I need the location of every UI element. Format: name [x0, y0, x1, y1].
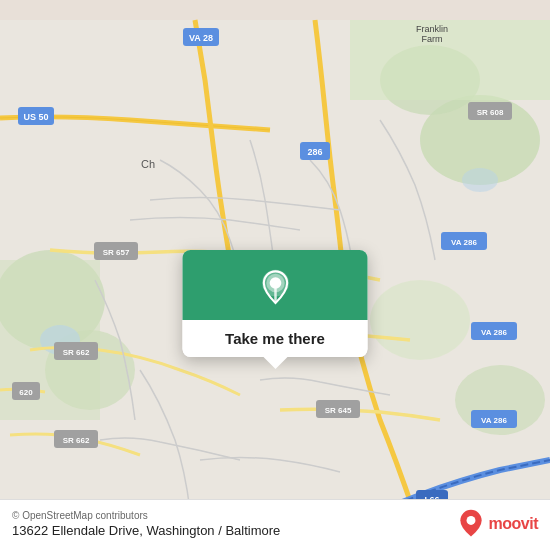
popup-green-section [183, 250, 368, 320]
svg-text:620: 620 [19, 388, 33, 397]
popup-tail [263, 357, 287, 369]
svg-text:SR 662: SR 662 [63, 348, 90, 357]
svg-text:SR 645: SR 645 [325, 406, 352, 415]
svg-point-7 [370, 280, 470, 360]
copyright-text: © OpenStreetMap contributors [12, 510, 280, 521]
popup-bubble: Take me there [183, 250, 368, 357]
svg-text:SR 608: SR 608 [477, 108, 504, 117]
svg-text:SR 657: SR 657 [103, 248, 130, 257]
svg-text:VA 28: VA 28 [189, 33, 213, 43]
svg-text:Ch: Ch [141, 158, 155, 170]
svg-rect-3 [350, 20, 550, 100]
svg-point-45 [466, 516, 475, 525]
svg-text:VA 286: VA 286 [451, 238, 477, 247]
svg-text:286: 286 [307, 147, 322, 157]
svg-text:SR 662: SR 662 [63, 436, 90, 445]
bottom-left-info: © OpenStreetMap contributors 13622 Ellen… [12, 510, 280, 538]
svg-text:Farm: Farm [422, 34, 443, 44]
map-container: VA 28 US 50 286 SR 608 VA 286 VA 286 VA … [0, 0, 550, 550]
location-pin-icon [255, 268, 295, 308]
take-me-there-button[interactable]: Take me there [183, 320, 368, 357]
svg-text:VA 286: VA 286 [481, 328, 507, 337]
bottom-bar: © OpenStreetMap contributors 13622 Ellen… [0, 499, 550, 550]
svg-point-10 [462, 168, 498, 192]
address-text: 13622 Ellendale Drive, Washington / Balt… [12, 523, 280, 538]
moovit-label: moovit [489, 515, 538, 533]
svg-text:US 50: US 50 [23, 112, 48, 122]
moovit-logo: moovit [457, 508, 538, 540]
svg-text:VA 286: VA 286 [481, 416, 507, 425]
moovit-icon [457, 508, 485, 540]
svg-text:Franklin: Franklin [416, 24, 448, 34]
